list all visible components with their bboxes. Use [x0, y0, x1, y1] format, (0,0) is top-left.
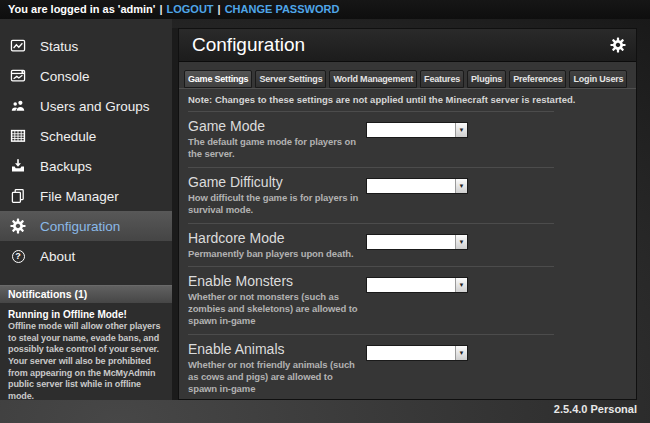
tab-world-management[interactable]: World Management — [329, 70, 417, 88]
hardcore-mode-select[interactable]: ▼ — [366, 234, 468, 250]
sidebar-item-label: Users and Groups — [40, 99, 150, 114]
status-icon — [10, 38, 26, 54]
dropdown-arrow-icon: ▼ — [455, 123, 467, 137]
sidebar-item-status[interactable]: Status — [0, 31, 172, 61]
separator: | — [214, 3, 225, 15]
panel-header: Configuration — [179, 29, 636, 62]
sidebar-item-users-and-groups[interactable]: Users and Groups — [0, 91, 172, 121]
game-mode-select[interactable]: ▼ — [366, 122, 468, 138]
top-bar: You are logged in as 'admin'|LOGOUT|CHAN… — [0, 0, 650, 19]
sidebar-item-backups[interactable]: Backups — [0, 151, 172, 181]
logged-in-text: You are logged in as 'admin' — [8, 3, 155, 15]
restart-note: Note: Changes to these settings are not … — [179, 89, 636, 111]
separator: | — [155, 3, 166, 15]
configuration-panel: Configuration Game Settings Server Setti… — [178, 28, 637, 400]
tab-game-settings[interactable]: Game Settings — [184, 70, 252, 88]
dropdown-arrow-icon: ▼ — [455, 179, 467, 193]
gear-icon — [10, 218, 26, 234]
dropdown-arrow-icon: ▼ — [455, 235, 467, 249]
notification-title: Running in Offline Mode! — [8, 309, 164, 320]
question-icon: ? — [10, 248, 26, 264]
tab-login-users[interactable]: Login Users — [569, 70, 627, 88]
sidebar-item-label: Status — [40, 39, 78, 54]
version-label: 2.5.4.0 Personal — [554, 403, 637, 415]
tab-bar: Game Settings Server Settings World Mana… — [179, 62, 636, 89]
change-password-link[interactable]: CHANGE PASSWORD — [225, 3, 340, 15]
gear-icon[interactable] — [610, 37, 626, 53]
dropdown-arrow-icon: ▼ — [455, 346, 467, 360]
sidebar-item-console[interactable]: Console — [0, 61, 172, 91]
setting-enable-animals: Enable Animals Whether or not friendly a… — [188, 334, 554, 400]
logout-link[interactable]: LOGOUT — [167, 3, 214, 15]
sidebar-item-label: Console — [40, 69, 90, 84]
game-difficulty-select[interactable]: ▼ — [366, 178, 468, 194]
backups-icon — [10, 158, 26, 174]
sidebar: Status Console — [0, 19, 172, 400]
tab-features[interactable]: Features — [420, 70, 464, 88]
setting-hardcore-mode: Hardcore Mode Permanently ban players up… — [188, 223, 554, 267]
sidebar-item-label: About — [40, 249, 75, 264]
enable-monsters-select[interactable]: ▼ — [366, 277, 468, 293]
schedule-icon — [10, 128, 26, 144]
notifications-panel: Running in Offline Mode! Offline mode wi… — [0, 303, 172, 400]
setting-description: Whether or not friendly animals (such as… — [188, 359, 362, 395]
notifications-header[interactable]: Notifications (1) — [0, 285, 172, 303]
notification-body: Offline mode will allow other players to… — [8, 321, 164, 400]
tab-server-settings[interactable]: Server Settings — [255, 70, 326, 88]
sidebar-item-about[interactable]: ? About — [0, 241, 172, 271]
sidebar-menu: Status Console — [0, 19, 172, 271]
enable-animals-select[interactable]: ▼ — [366, 345, 468, 361]
sidebar-item-label: File Manager — [40, 189, 119, 204]
sidebar-item-label: Schedule — [40, 129, 96, 144]
file-manager-icon — [10, 188, 26, 204]
sidebar-item-schedule[interactable]: Schedule — [0, 121, 172, 151]
settings-list: Game Mode The default game mode for play… — [179, 111, 636, 400]
setting-description: The default game mode for players on the… — [188, 136, 362, 160]
setting-description: Permanently ban players upon death. — [188, 248, 362, 260]
setting-enable-monsters: Enable Monsters Whether or not monsters … — [188, 266, 554, 334]
setting-game-difficulty: Game Difficulty How difficult the game i… — [188, 167, 554, 223]
setting-description: How difficult the game is for players in… — [188, 192, 362, 216]
tab-preferences[interactable]: Preferences — [509, 70, 566, 88]
sidebar-item-file-manager[interactable]: File Manager — [0, 181, 172, 211]
users-icon — [10, 98, 26, 114]
setting-game-mode: Game Mode The default game mode for play… — [188, 111, 554, 167]
sidebar-item-configuration[interactable]: Configuration — [0, 211, 172, 241]
page-title: Configuration — [179, 34, 610, 56]
sidebar-item-label: Backups — [40, 159, 92, 174]
setting-description: Whether or not monsters (such as zombies… — [188, 291, 362, 327]
dropdown-arrow-icon: ▼ — [455, 278, 467, 292]
console-icon — [10, 68, 26, 84]
sidebar-item-label: Configuration — [40, 219, 120, 234]
tab-plugins[interactable]: Plugins — [467, 70, 506, 88]
